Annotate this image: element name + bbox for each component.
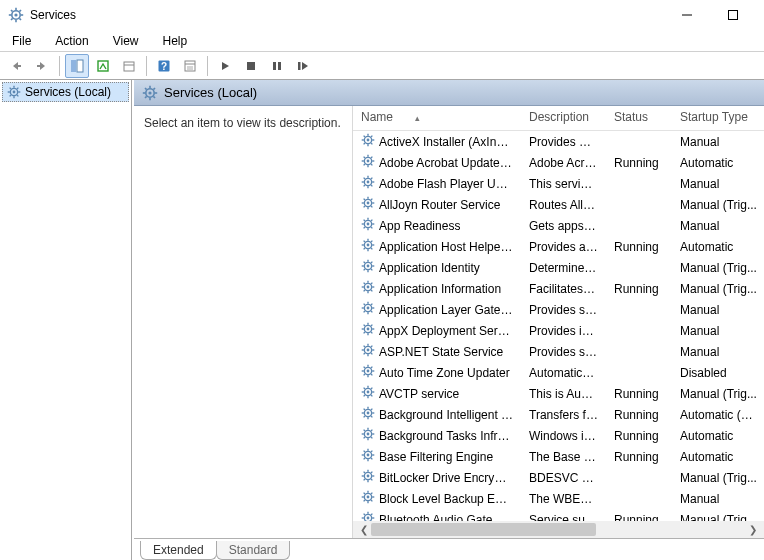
service-startup: Manual (Trig... — [672, 467, 764, 488]
service-row[interactable]: Auto Time Zone UpdaterAutomatica...Disab… — [353, 362, 764, 383]
service-row[interactable]: App ReadinessGets apps re...Manual — [353, 215, 764, 236]
service-status — [606, 362, 672, 383]
menu-file[interactable]: File — [6, 32, 37, 50]
service-row[interactable]: Bluetooth Audio Gateway S...Service sup.… — [353, 509, 764, 521]
service-row[interactable]: AppX Deployment Service (...Provides inf… — [353, 320, 764, 341]
service-row[interactable]: Application Host Helper Ser...Provides a… — [353, 236, 764, 257]
column-header-name[interactable]: Name▴ — [353, 106, 521, 131]
service-row[interactable]: Base Filtering EngineThe Base Fil...Runn… — [353, 446, 764, 467]
service-row[interactable]: BitLocker Drive Encryption ...BDESVC hos… — [353, 467, 764, 488]
service-description: Facilitates t... — [521, 278, 606, 299]
scrollbar-thumb[interactable] — [371, 523, 596, 536]
svg-rect-12 — [18, 65, 21, 67]
scroll-right-icon[interactable]: ❯ — [746, 524, 760, 535]
forward-button[interactable] — [30, 54, 54, 78]
tab-standard[interactable]: Standard — [216, 541, 291, 560]
back-button[interactable] — [4, 54, 28, 78]
service-icon — [361, 196, 375, 213]
service-icon — [361, 322, 375, 339]
service-icon — [361, 385, 375, 402]
svg-rect-26 — [273, 62, 276, 70]
service-name: Adobe Flash Player Update ... — [379, 177, 513, 191]
service-status — [606, 488, 672, 509]
service-name: ActiveX Installer (AxInstSV) — [379, 135, 513, 149]
service-icon — [361, 238, 375, 255]
service-startup: Disabled — [672, 362, 764, 383]
service-status: Running — [606, 446, 672, 467]
service-status — [606, 341, 672, 362]
properties-button[interactable] — [178, 54, 202, 78]
service-status — [606, 173, 672, 194]
service-startup: Manual — [672, 131, 764, 153]
service-name: Auto Time Zone Updater — [379, 366, 510, 380]
service-row[interactable]: AVCTP serviceThis is Audi...RunningManua… — [353, 383, 764, 404]
content-header-label: Services (Local) — [164, 85, 257, 100]
service-description: Provides inf... — [521, 320, 606, 341]
service-name: BitLocker Drive Encryption ... — [379, 471, 513, 485]
scroll-left-icon[interactable]: ❮ — [357, 524, 371, 535]
minimize-button[interactable] — [664, 0, 710, 30]
menu-view[interactable]: View — [107, 32, 145, 50]
column-header-description[interactable]: Description — [521, 106, 606, 131]
service-row[interactable]: Background Intelligent Tran...Transfers … — [353, 404, 764, 425]
service-name: Application Information — [379, 282, 501, 296]
view-tabs: Extended Standard — [134, 538, 764, 560]
toolbar-separator — [59, 56, 60, 76]
restart-service-button[interactable] — [291, 54, 315, 78]
pause-service-button[interactable] — [265, 54, 289, 78]
service-name: Application Layer Gateway ... — [379, 303, 513, 317]
stop-service-button[interactable] — [239, 54, 263, 78]
maximize-button[interactable] — [710, 0, 756, 30]
column-header-startup[interactable]: Startup Type — [672, 106, 764, 131]
start-service-button[interactable] — [213, 54, 237, 78]
service-status — [606, 215, 672, 236]
service-description: BDESVC hos... — [521, 467, 606, 488]
column-header-status[interactable]: Status — [606, 106, 672, 131]
service-row[interactable]: Block Level Backup Engine ...The WBENG..… — [353, 488, 764, 509]
svg-rect-13 — [37, 65, 40, 67]
service-description: Adobe Acro... — [521, 152, 606, 173]
services-icon — [7, 85, 21, 99]
service-description: Provides su... — [521, 299, 606, 320]
service-row[interactable]: Application Layer Gateway ...Provides su… — [353, 299, 764, 320]
service-row[interactable]: Application InformationFacilitates t...R… — [353, 278, 764, 299]
services-scroll[interactable]: Name▴ Description Status Startup Type Ac… — [353, 106, 764, 521]
service-startup: Manual — [672, 488, 764, 509]
show-console-tree-button[interactable] — [65, 54, 89, 78]
service-name: App Readiness — [379, 219, 460, 233]
service-row[interactable]: ActiveX Installer (AxInstSV)Provides Us.… — [353, 131, 764, 153]
svg-rect-17 — [124, 62, 134, 71]
nav-services-local[interactable]: Services (Local) — [2, 82, 129, 102]
service-row[interactable]: AllJoyn Router ServiceRoutes AllJo...Man… — [353, 194, 764, 215]
export-list-button[interactable] — [91, 54, 115, 78]
service-name: AppX Deployment Service (... — [379, 324, 513, 338]
titlebar: Services — [0, 0, 764, 30]
service-status — [606, 320, 672, 341]
service-description: Automatica... — [521, 362, 606, 383]
help-button[interactable]: ? — [152, 54, 176, 78]
menu-help[interactable]: Help — [157, 32, 194, 50]
service-startup: Automatic (D... — [672, 404, 764, 425]
service-description: Provides Us... — [521, 131, 606, 153]
service-row[interactable]: ASP.NET State ServiceProvides su...Manua… — [353, 341, 764, 362]
service-startup: Manual (Trig... — [672, 257, 764, 278]
service-icon — [361, 406, 375, 423]
service-status — [606, 194, 672, 215]
service-row[interactable]: Adobe Acrobat Update Serv...Adobe Acro..… — [353, 152, 764, 173]
refresh-button[interactable] — [117, 54, 141, 78]
service-startup: Automatic — [672, 425, 764, 446]
service-row[interactable]: Application IdentityDetermines ...Manual… — [353, 257, 764, 278]
toolbar: ? — [0, 52, 764, 80]
menu-action[interactable]: Action — [49, 32, 94, 50]
service-description: Windows in... — [521, 425, 606, 446]
service-name: ASP.NET State Service — [379, 345, 503, 359]
tab-extended[interactable]: Extended — [140, 541, 217, 560]
service-row[interactable]: Adobe Flash Player Update ...This servic… — [353, 173, 764, 194]
service-icon — [361, 175, 375, 192]
service-icon — [361, 280, 375, 297]
services-icon — [142, 85, 158, 101]
service-startup: Manual (Trig... — [672, 383, 764, 404]
service-row[interactable]: Background Tasks Infrastru...Windows in.… — [353, 425, 764, 446]
service-name: Bluetooth Audio Gateway S... — [379, 513, 513, 522]
horizontal-scrollbar[interactable]: ❮ ❯ — [353, 521, 764, 538]
